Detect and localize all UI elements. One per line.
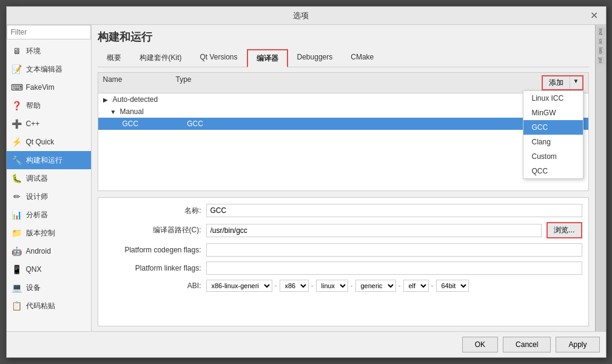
name-input[interactable] xyxy=(206,204,582,217)
abi-os-select[interactable]: linux xyxy=(316,280,348,292)
sidebar-item-android[interactable]: 🤖 Android xyxy=(7,242,91,260)
abi-format-select[interactable]: elf xyxy=(403,280,429,292)
cancel-button[interactable]: Cancel xyxy=(503,337,551,352)
abi-controls: x86-linux-generi - x86 - linux - generic xyxy=(206,280,582,292)
tree-auto-detected[interactable]: ▶ Auto-detected xyxy=(98,93,588,106)
build-run-icon: 🔧 xyxy=(12,155,22,166)
sidebar-item-version-control[interactable]: 📁 版本控制 xyxy=(7,224,91,242)
compiler-table: Name Type 添加 ▼ Linux ICC MinGW xyxy=(98,72,589,191)
sidebar-item-analyzer[interactable]: 📊 分析器 xyxy=(7,206,91,224)
apply-button[interactable]: Apply xyxy=(556,337,599,352)
add-dropdown-arrow[interactable]: ▼ xyxy=(570,76,582,89)
sidebar-item-qnx[interactable]: 📱 QNX xyxy=(7,260,91,278)
sidebar-item-label: 设计师 xyxy=(26,192,48,202)
dropdown-clang[interactable]: Clang xyxy=(523,135,583,149)
tree-gcc[interactable]: GCC GCC xyxy=(98,118,588,130)
sidebar-item-cpp[interactable]: ➕ C++ xyxy=(7,115,91,133)
dropdown-linux-icc[interactable]: Linux ICC xyxy=(523,91,583,106)
debugger-icon: 🐛 xyxy=(12,173,22,184)
qt-quick-icon: ⚡ xyxy=(12,136,22,147)
sidebar-item-label: Android xyxy=(26,247,51,255)
sidebar-item-label: 帮助 xyxy=(26,101,41,111)
sidebar-item-help[interactable]: ❓ 帮助 xyxy=(7,96,91,115)
path-label: 编译器路径(C): xyxy=(104,225,201,235)
tab-compilers[interactable]: 编译器 xyxy=(247,49,288,67)
add-button[interactable]: 添加 xyxy=(543,76,570,89)
sidebar-item-devices[interactable]: 💻 设备 xyxy=(7,278,91,297)
right-panel-item-3[interactable]: lab xyxy=(597,46,605,55)
abi-sub-select[interactable]: generic xyxy=(355,280,396,292)
abi-width-select[interactable]: 64bit xyxy=(436,280,469,292)
platform-codegen-input[interactable] xyxy=(206,243,582,257)
sidebar-item-designer[interactable]: ✏ 设计师 xyxy=(7,187,91,206)
sidebar-item-label: 分析器 xyxy=(26,210,48,220)
path-row: 编译器路径(C): 浏览... xyxy=(104,222,582,238)
dialog-title: 选项 xyxy=(13,10,589,21)
add-dropdown-menu: Linux ICC MinGW GCC Clang Custom QCC xyxy=(523,90,583,179)
text-editor-icon: 📝 xyxy=(12,64,22,75)
right-panel-item-1[interactable]: ind xyxy=(597,27,605,36)
sidebar-item-label: 版本控制 xyxy=(26,228,55,238)
sidebar-item-qt-quick[interactable]: ⚡ Qt Quick xyxy=(7,133,91,151)
sidebar-item-label: 代码粘贴 xyxy=(26,301,55,311)
dropdown-custom[interactable]: Custom xyxy=(523,149,583,164)
dropdown-qcc[interactable]: QCC xyxy=(523,164,583,178)
title-bar: 选项 ✕ xyxy=(7,7,606,25)
table-body: ▶ Auto-detected ▼ Manual GCC xyxy=(98,93,588,190)
sidebar-item-text-editor[interactable]: 📝 文本编辑器 xyxy=(7,60,91,78)
right-panel-item-4[interactable]: pu xyxy=(597,56,605,64)
name-label: 名称: xyxy=(104,206,201,216)
compiler-table-section: Name Type 添加 ▼ Linux ICC MinGW xyxy=(98,72,589,191)
sidebar-item-build-run[interactable]: 🔧 构建和运行 xyxy=(7,151,91,169)
code-snippets-icon: 📋 xyxy=(12,300,22,311)
tab-qt-versions[interactable]: Qt Versions xyxy=(191,49,247,67)
sidebar-item-environment[interactable]: 🖥 环境 xyxy=(7,42,91,60)
sidebar-item-label: 环境 xyxy=(26,46,41,56)
devices-icon: 💻 xyxy=(12,282,22,293)
tab-kits[interactable]: 构建套件(Kit) xyxy=(130,49,191,67)
name-row: 名称: document.querySelector('[data-name="… xyxy=(104,204,582,217)
fakevim-icon: ⌨ xyxy=(12,82,22,93)
abi-row: ABI: x86-linux-generi - x86 - linux xyxy=(104,280,582,292)
tab-debuggers[interactable]: Debuggers xyxy=(288,49,342,67)
platform-codegen-label: Platform codegen flags: xyxy=(104,246,201,254)
sidebar-item-fakevim[interactable]: ⌨ FakeVim xyxy=(7,78,91,96)
sidebar-item-label: FakeVim xyxy=(26,83,55,92)
filter-input[interactable] xyxy=(7,25,91,39)
tab-bar: 概要 构建套件(Kit) Qt Versions 编译器 Debuggers C… xyxy=(98,49,589,67)
browse-button[interactable]: 浏览... xyxy=(546,222,582,238)
main-content: 构建和运行 概要 构建套件(Kit) Qt Versions 编译器 Debug… xyxy=(92,25,595,331)
abi-bits-select[interactable]: x86 xyxy=(280,280,309,292)
sidebar-item-label: Qt Quick xyxy=(26,138,55,146)
sidebar: 🖥 环境 📝 文本编辑器 ⌨ FakeVim ❓ 帮助 ➕ C++ ⚡ Qt Q xyxy=(7,25,92,331)
sidebar-item-label: 设备 xyxy=(26,283,41,293)
details-section: 名称: document.querySelector('[data-name="… xyxy=(98,197,589,326)
sidebar-item-label: QNX xyxy=(26,265,42,274)
tab-summary[interactable]: 概要 xyxy=(98,49,130,67)
dialog-body: 🖥 环境 📝 文本编辑器 ⌨ FakeVim ❓ 帮助 ➕ C++ ⚡ Qt Q xyxy=(7,25,606,331)
tree-label: Manual xyxy=(120,107,144,116)
version-control-icon: 📁 xyxy=(12,228,22,238)
abi-arch-select[interactable]: x86-linux-generi xyxy=(206,280,272,292)
sidebar-item-code-snippets[interactable]: 📋 代码粘贴 xyxy=(7,297,91,315)
path-input[interactable] xyxy=(206,224,542,237)
sidebar-item-label: 文本编辑器 xyxy=(26,64,62,75)
dropdown-mingw[interactable]: MinGW xyxy=(523,106,583,120)
platform-linker-input[interactable] xyxy=(206,261,582,275)
qnx-icon: 📱 xyxy=(12,264,22,275)
tab-cmake[interactable]: CMake xyxy=(341,49,383,67)
tree-toggle-auto: ▶ xyxy=(103,96,110,103)
close-button[interactable]: ✕ xyxy=(589,10,600,21)
ok-button[interactable]: OK xyxy=(462,337,498,352)
dropdown-gcc[interactable]: GCC xyxy=(523,120,583,135)
analyzer-icon: 📊 xyxy=(12,209,22,220)
sidebar-item-debugger[interactable]: 🐛 调试器 xyxy=(7,169,91,187)
sidebar-item-label: 构建和运行 xyxy=(26,155,62,166)
tree-manual[interactable]: ▼ Manual xyxy=(98,106,588,118)
right-panel-item-2[interactable]: ce xyxy=(597,38,605,45)
dialog-footer: OK Cancel Apply xyxy=(7,331,606,357)
sidebar-item-label: 调试器 xyxy=(26,174,48,184)
platform-linker-label: Platform linker flags: xyxy=(104,264,201,272)
tree-toggle-manual: ▼ xyxy=(110,109,118,115)
cpp-icon: ➕ xyxy=(12,118,22,129)
